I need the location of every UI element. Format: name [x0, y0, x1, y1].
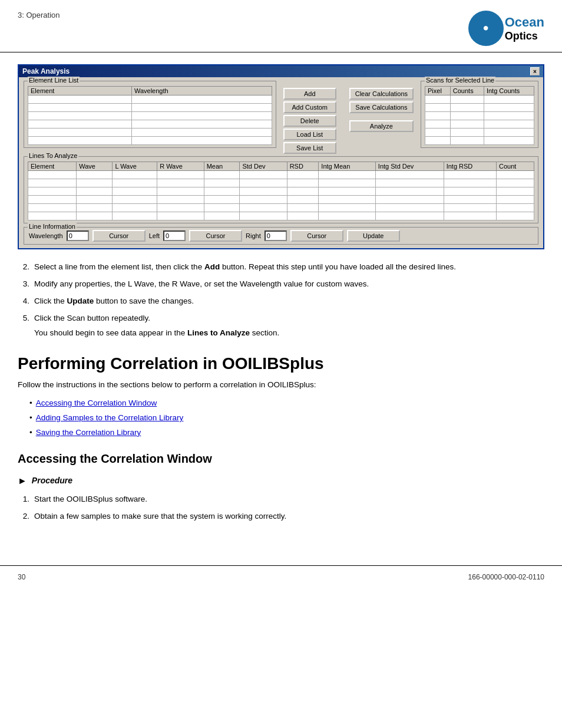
- steps-list: 2. Select a line from the element list, …: [18, 261, 544, 340]
- right-label: Right: [246, 232, 261, 239]
- bullet-item-3: • Saving the Correlation Library: [29, 427, 544, 439]
- left-input[interactable]: [163, 230, 186, 241]
- lines-to-analyze: Lines To Analyze Element Wave L Wave R W…: [24, 156, 538, 223]
- right-input[interactable]: [265, 230, 287, 241]
- window-title: Peak Analysis: [22, 67, 70, 75]
- cursor-button-2[interactable]: Cursor: [189, 230, 242, 242]
- main-content: Peak Analysis × Element Line List Elemen…: [0, 52, 562, 548]
- col-std-dev: Std Dev: [240, 162, 287, 171]
- element-line-list-label: Element Line List: [28, 77, 80, 84]
- col-rsd: RSD: [287, 162, 319, 171]
- line-info-label: Line Information: [28, 223, 77, 230]
- logo-area: • Ocean Optics: [468, 11, 544, 46]
- col-intg-counts: Intg Counts: [484, 87, 534, 95]
- bullet-item-1: • Accessing the Correlation Window: [29, 397, 544, 410]
- proc-step-2: 2. Obtain a few samples to make sure tha…: [18, 510, 544, 523]
- left-label: Left: [149, 232, 160, 239]
- proc-steps-list: 1. Start the OOILIBSplus software. 2. Ob…: [18, 493, 544, 523]
- col-pixel: Pixel: [425, 87, 451, 95]
- big-heading-intro: Follow the instructions in the sections …: [18, 379, 544, 391]
- col-counts: Counts: [450, 87, 484, 95]
- add-custom-button[interactable]: Add Custom: [283, 101, 336, 113]
- col-l-wave: L Wave: [113, 162, 157, 171]
- col-count: Count: [497, 162, 534, 171]
- analyze-button[interactable]: Analyze: [349, 120, 414, 132]
- logo-text: Ocean: [505, 15, 544, 30]
- button-group-area: Add Add Custom Delete Load List Save Lis…: [279, 81, 418, 156]
- scans-section-label: Scans for Selected Line: [425, 77, 495, 84]
- bullet-item-2: • Adding Samples to the Correlation Libr…: [29, 412, 544, 424]
- procedure-line: ► Procedure: [18, 474, 544, 489]
- left-buttons: Add Add Custom Delete Load List Save Lis…: [279, 85, 341, 156]
- content-body: 2. Select a line from the element list, …: [18, 261, 544, 523]
- window-titlebar: Peak Analysis ×: [19, 65, 543, 77]
- bullet-list: • Accessing the Correlation Window • Add…: [29, 397, 544, 439]
- logo-text-group: Ocean Optics: [505, 15, 544, 42]
- scans-table: Pixel Counts Intg Counts: [425, 86, 534, 145]
- top-section-row: Element Line List Element Wavelength: [24, 81, 538, 156]
- correlation-window-link[interactable]: Accessing the Correlation Window: [36, 397, 157, 410]
- page-header: 3: Operation • Ocean Optics: [0, 0, 562, 52]
- save-calculations-button[interactable]: Save Calculations: [349, 101, 414, 113]
- wavelength-label: Wavelength: [29, 232, 63, 239]
- add-button[interactable]: Add: [283, 88, 336, 100]
- page-footer: 30 166-00000-000-02-0110: [0, 565, 562, 588]
- right-buttons: Clear Calculations Save Calculations Ana…: [345, 85, 418, 134]
- window-body: Element Line List Element Wavelength: [19, 77, 543, 248]
- update-button[interactable]: Update: [347, 230, 400, 242]
- col-intg-mean: Intg Mean: [319, 162, 375, 171]
- col-intg-std-dev: Intg Std Dev: [375, 162, 444, 171]
- peak-analysis-window: Peak Analysis × Element Line List Elemen…: [18, 64, 544, 249]
- logo-icon: •: [468, 11, 504, 46]
- col-element: Element: [28, 87, 132, 95]
- save-list-button[interactable]: Save List: [283, 142, 336, 154]
- section-label: 3: Operation: [18, 11, 60, 19]
- arrow-icon: ►: [18, 474, 27, 489]
- step-5: 5. Click the Scan button repeatedly. You…: [18, 312, 544, 340]
- doc-number: 166-00000-000-02-0110: [468, 573, 544, 581]
- clear-calculations-button[interactable]: Clear Calculations: [349, 88, 414, 100]
- delete-button[interactable]: Delete: [283, 115, 336, 127]
- col-element2: Element: [28, 162, 77, 171]
- col-mean: Mean: [204, 162, 240, 171]
- lines-table: Element Wave L Wave R Wave Mean Std Dev …: [28, 162, 534, 220]
- col-intg-rsd: Intg RSD: [444, 162, 496, 171]
- col-wave: Wave: [77, 162, 113, 171]
- col-r-wave: R Wave: [157, 162, 204, 171]
- procedure-label: Procedure: [32, 475, 72, 487]
- wavelength-input[interactable]: [67, 230, 89, 241]
- col-wavelength: Wavelength: [131, 87, 272, 95]
- window-close-button[interactable]: ×: [530, 67, 540, 75]
- big-heading: Performing Correlation in OOILIBSplus: [18, 354, 544, 374]
- proc-step-1: 1. Start the OOILIBSplus software.: [18, 493, 544, 506]
- cursor-button-3[interactable]: Cursor: [290, 230, 343, 242]
- cursor-button-1[interactable]: Cursor: [92, 230, 146, 242]
- line-info: Line Information Wavelength Cursor Left …: [24, 227, 538, 245]
- adding-samples-link[interactable]: Adding Samples to the Correlation Librar…: [36, 412, 184, 424]
- scans-section: Scans for Selected Line Pixel Counts Int…: [421, 81, 538, 148]
- step-3: 3. Modify any properties, the L Wave, th…: [18, 278, 544, 291]
- element-line-list: Element Line List Element Wavelength: [24, 81, 276, 148]
- lines-to-analyze-label: Lines To Analyze: [28, 152, 78, 159]
- step-4: 4. Click the Update button to save the c…: [18, 295, 544, 308]
- logo-subtext: Optics: [505, 30, 544, 42]
- saving-library-link[interactable]: Saving the Correlation Library: [36, 427, 141, 439]
- medium-heading: Accessing the Correlation Window: [18, 450, 544, 468]
- step-2: 2. Select a line from the element list, …: [18, 261, 544, 274]
- page-number: 30: [18, 573, 25, 581]
- element-table: Element Wavelength: [28, 86, 272, 145]
- load-list-button[interactable]: Load List: [283, 129, 336, 140]
